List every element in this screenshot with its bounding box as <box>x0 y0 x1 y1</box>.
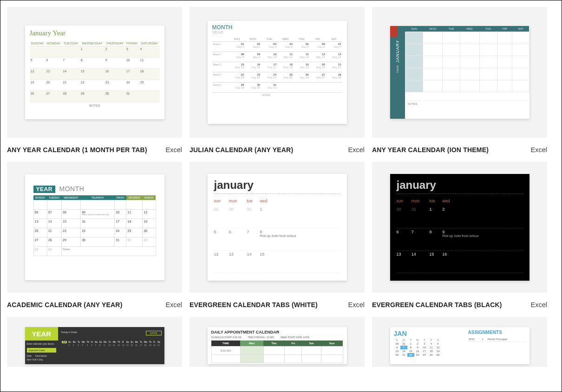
template-thumb: YEAR MONTH MONDAYTUESDAYWEDNESDAYTHURSDA… <box>7 162 182 293</box>
template-title: ANY YEAR CALENDAR (ION THEME) <box>372 146 489 154</box>
template-card-evergreen-black[interactable]: january sunmontuewed 303112 6789Pick up … <box>372 162 547 308</box>
caption: ACADEMIC CALENDAR (ANY YEAR) Excel <box>7 293 182 308</box>
mini-month-grid: JanSuMoTuWeThFrSaSuMoTuWeThFrSaSuMoTuWeT… <box>61 340 162 347</box>
app-label: Excel <box>166 301 182 308</box>
template-card-ion[interactable]: JANUARY YEAR SUNMONTUEWEDTHUFRISAT <box>372 7 547 154</box>
ion-month: JANUARY <box>395 40 400 63</box>
preview-heading: YEAR MONTH <box>33 185 156 193</box>
notes-label: NOTES <box>405 100 529 119</box>
appointment-grid: TIMEWedThuFriSatSun 8:00 AM <box>211 341 343 363</box>
caption: JULIAN CALENDAR (ANY YEAR) Excel <box>190 138 365 154</box>
ion-year: YEAR <box>396 65 399 73</box>
template-title: ACADEMIC CALENDAR (ANY YEAR) <box>7 301 123 308</box>
template-thumb: january sunmontuewed 2930311 5678Pick up… <box>190 162 365 293</box>
preview-daily-appt: DAILY APPOINTMENT CALENDAR SCHEDULE STAR… <box>208 327 347 364</box>
month-label: JAN <box>394 330 464 337</box>
preview-title: DAILY APPOINTMENT CALENDAR <box>211 330 343 334</box>
template-title: ANY YEAR CALENDAR (1 MONTH PER TAB) <box>7 146 147 154</box>
template-card-assignments[interactable]: JAN SMTWTFS 303112345 6789101112 1314151… <box>372 317 547 367</box>
app-label: Excel <box>166 146 182 154</box>
year-badge: YEAR <box>33 186 55 193</box>
calendar-grid: sunmontuewed 303112 6789Pick up John fro… <box>397 198 523 273</box>
template-title: EVERGREEN CALENDAR TABS (BLACK) <box>372 301 502 308</box>
template-card-any-year-1mo[interactable]: January Year SUNDAYMONDAYTUESDAYWEDNESDA… <box>7 7 182 154</box>
template-title: JULIAN CALENDAR (ANY YEAR) <box>190 146 293 154</box>
template-card-evergreen-white[interactable]: january sunmontuewed 2930311 5678Pick up… <box>190 162 365 308</box>
template-thumb: january sunmontuewed 303112 6789Pick up … <box>372 162 547 293</box>
preview-month: january <box>214 179 340 192</box>
assignments-header: ASSIGNMENTS <box>468 330 526 335</box>
calendar-grid: MONDAYTUESDAYWEDNESDAYTHURSDAYFRIDAYSATU… <box>33 195 156 256</box>
caption: ANY YEAR CALENDAR (ION THEME) Excel <box>372 138 547 154</box>
month-label: MONTH <box>59 185 85 193</box>
template-thumb: JAN SMTWTFS 303112345 6789101112 1314151… <box>372 317 547 367</box>
app-label: Excel <box>531 146 547 154</box>
ion-red-tab <box>390 26 398 37</box>
template-thumb: DAILY APPOINTMENT CALENDAR SCHEDULE STAR… <box>190 317 365 367</box>
template-card-academic[interactable]: YEAR MONTH MONDAYTUESDAYWEDNESDAYTHURSDA… <box>7 162 182 308</box>
preview-assignments: JAN SMTWTFS 303112345 6789101112 1314151… <box>390 327 529 364</box>
template-thumb: YEAR Enter calendar year above Important… <box>7 317 182 367</box>
preview-evergreen-white: january sunmontuewed 2930311 5678Pick up… <box>208 174 347 281</box>
enter-year-text: Enter calendar year above <box>25 341 58 347</box>
app-label: Excel <box>348 146 365 154</box>
caption: ANY YEAR CALENDAR (1 MONTH PER TAB) Exce… <box>7 138 182 154</box>
ion-sidebar: JANUARY YEAR <box>390 26 405 119</box>
app-label: Excel <box>531 301 547 308</box>
preview-any-year-1mo: January Year SUNDAYMONDAYTUESDAYWEDNESDA… <box>25 26 164 119</box>
template-thumb: MONTH YEAR SUNMONTUEWEDTHUFRISAT Week 10… <box>190 7 365 138</box>
assignments-list: MON1French: First paper <box>468 337 526 342</box>
preview-julian: MONTH YEAR SUNMONTUEWEDTHUFRISAT Week 10… <box>208 21 347 124</box>
template-thumb: January Year SUNDAYMONDAYTUESDAYWEDNESDA… <box>7 7 182 138</box>
preview-year: YEAR <box>212 30 342 35</box>
template-thumb: JANUARY YEAR SUNMONTUEWEDTHUFRISAT <box>372 7 547 138</box>
preview-title: January Year <box>30 29 160 37</box>
calendar-grid: SUNDAYMONDAYTUESDAYWEDNESDAYTHURSDAYFRID… <box>30 41 160 102</box>
preview-academic: YEAR MONTH MONDAYTUESDAYWEDNESDAYTHURSDA… <box>25 174 164 280</box>
important-dates-label: Important Dates <box>27 348 56 353</box>
today-label: Today's Date: <box>61 331 78 335</box>
notes-label: NOTES <box>30 104 160 107</box>
year-block: YEAR <box>25 327 58 341</box>
caption: EVERGREEN CALENDAR TABS (BLACK) Excel <box>372 293 547 308</box>
calendar-grid: SUNMONTUEWEDTHUFRISAT Week 101Day 102Day… <box>212 37 342 103</box>
preview-ion: JANUARY YEAR SUNMONTUEWEDTHUFRISAT <box>390 26 529 119</box>
template-card-daily-appointment[interactable]: DAILY APPOINTMENT CALENDAR SCHEDULE STAR… <box>190 317 365 367</box>
date-button: DATE <box>146 331 162 335</box>
caption: EVERGREEN CALENDAR TABS (WHITE) Excel <box>190 293 365 308</box>
template-card-julian[interactable]: MONTH YEAR SUNMONTUEWEDTHUFRISAT Week 10… <box>190 7 365 154</box>
preview-month: january <box>397 179 523 192</box>
calendar-grid: sunmontuewed 2930311 5678Pick up John fr… <box>214 198 340 273</box>
preview-month: MONTH <box>212 25 342 30</box>
template-card-dark-year[interactable]: YEAR Enter calendar year above Important… <box>7 317 182 367</box>
preview-evergreen-black: january sunmontuewed 303112 6789Pick up … <box>390 174 529 281</box>
mini-calendar: SMTWTFS 303112345 6789101112 13141516171… <box>394 338 442 357</box>
app-label: Excel <box>348 301 365 308</box>
template-title: EVERGREEN CALENDAR TABS (WHITE) <box>190 301 318 308</box>
preview-dark-year: YEAR Enter calendar year above Important… <box>25 327 164 364</box>
calendar-grid: SUNMONTUEWEDTHUFRISAT <box>405 26 529 92</box>
